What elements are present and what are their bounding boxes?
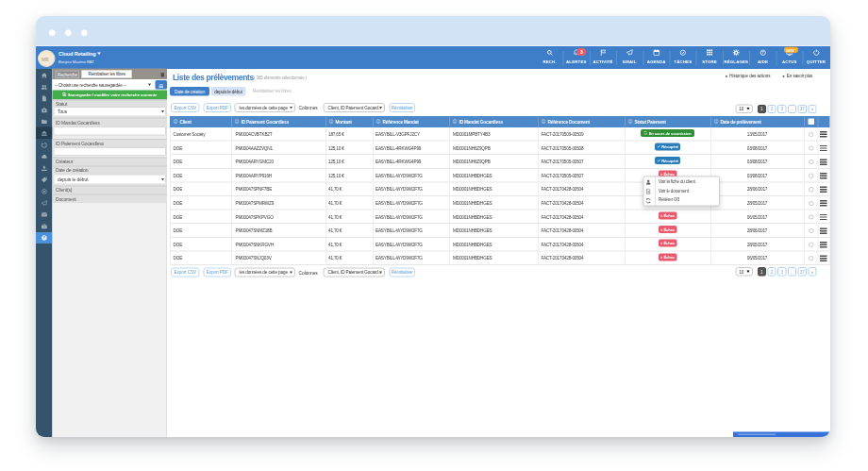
svg-text:?: ?	[42, 236, 45, 241]
